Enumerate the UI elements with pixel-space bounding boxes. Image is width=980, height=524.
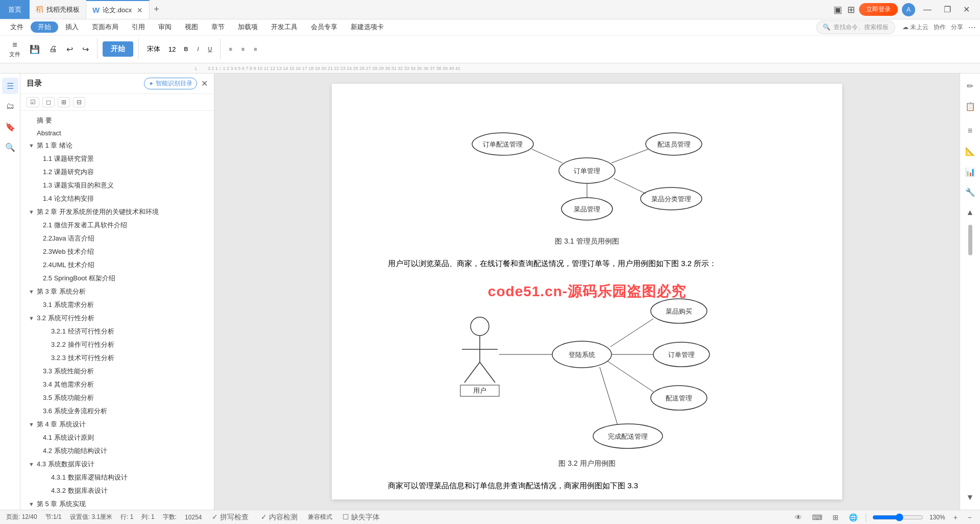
toc-item[interactable]: 1.3 课题实项目的和意义 [20,179,214,192]
toc-toggle-icon[interactable]: ▼ [29,209,35,215]
toc-item[interactable]: ▼4.3 系统数据库设计 [20,458,214,471]
toc-item[interactable]: 2.4UML 技术介绍 [20,258,214,272]
zoom-out-button[interactable]: − [966,513,974,521]
scroll-up-button[interactable]: ▲ [962,204,978,221]
scroll-thumb[interactable] [968,225,972,255]
toc-item[interactable]: ▼第 5 章 系统实现 [20,497,214,510]
align-right-button[interactable]: ≡ [251,44,260,54]
tab-doc-close[interactable]: ✕ [137,6,143,14]
expand-all-button[interactable]: ⊞ [58,97,70,107]
scroll-down-button[interactable]: ▼ [962,489,978,506]
zoom-slider[interactable] [872,513,923,521]
tab-newoption[interactable]: 新建选项卡 [345,20,390,34]
bold-button[interactable]: B [181,44,191,54]
start-button[interactable]: 开始 [103,41,133,57]
tab-view[interactable]: 视图 [179,20,204,34]
toc-item[interactable]: 4.1 系统设计原则 [20,431,214,444]
files-panel-button[interactable]: 🗂 [2,98,18,114]
toc-item[interactable]: 4.3.2 数据库表设计 [20,484,214,497]
window-close-button[interactable]: ✕ [959,3,974,16]
toc-item[interactable]: 3.6 系统业务流程分析 [20,404,214,418]
toc-toggle-icon[interactable]: ▼ [29,142,35,149]
layout-icon1[interactable]: ▣ [834,4,842,15]
ai-toc-button[interactable]: ✦ 智能识别目录 [144,78,197,89]
toc-item[interactable]: 4.2 系统功能结构设计 [20,444,214,458]
check-all-button[interactable]: ☑ [27,97,39,107]
uncheck-all-button[interactable]: ◻ [42,97,55,107]
tab-addons[interactable]: 加载项 [232,20,264,34]
window-restore-button[interactable]: ❐ [940,3,955,16]
search-box[interactable]: 🔍 查找命令、搜索模板 [816,20,895,34]
search-panel-button[interactable]: 🔍 [2,139,18,155]
right-settings-button[interactable]: 🔧 [962,184,978,200]
spell-check-button[interactable]: ✓ 拼写检查 [210,513,251,522]
collapse-all-button[interactable]: ⊟ [73,97,85,107]
content-check-button[interactable]: ✓ 内容检测 [259,513,300,522]
toc-item[interactable]: 2.5 SpringBoot 框架介绍 [20,272,214,285]
toc-item[interactable]: ▼第 4 章 系统设计 [20,418,214,431]
window-minimize-button[interactable]: — [919,3,936,16]
toc-item[interactable]: 3.4 其他需求分析 [20,378,214,391]
toc-item[interactable]: ▼3.2 系统可行性分析 [20,312,214,325]
zoom-in-button[interactable]: + [951,513,960,521]
tab-file[interactable]: 文件 [4,20,30,34]
tab-start[interactable]: 开始 [31,21,58,33]
tab-vip[interactable]: 会员专享 [305,20,344,34]
tool-file[interactable]: ≡ 文件 [6,39,23,60]
align-left-button[interactable]: ≡ [226,44,235,54]
right-chart-button[interactable]: 📊 [962,163,978,180]
tab-page-layout[interactable]: 页面布局 [86,20,125,34]
tab-references[interactable]: 引用 [126,20,151,34]
sidebar-close-button[interactable]: ✕ [201,79,208,88]
toc-item[interactable]: 1.2 课题研究内容 [20,165,214,179]
toc-item[interactable]: 3.2.1 经济可行性分析 [20,325,214,338]
toc-item[interactable]: Abstract [20,127,214,139]
more-button[interactable]: ··· [968,22,976,33]
tool-undo[interactable]: ↩ [63,43,76,56]
toc-item[interactable]: 3.3 系统性能分析 [20,365,214,378]
toc-item[interactable]: 2.1 微信开发者工具软件介绍 [20,219,214,232]
toc-item[interactable]: 摘 要 [20,114,214,127]
toc-item[interactable]: ▼第 1 章 绪论 [20,139,214,152]
toc-item[interactable]: 1.1 课题研究背景 [20,152,214,165]
layout-icon2[interactable]: ⊞ [847,4,855,15]
italic-button[interactable]: I [194,44,202,54]
toc-item[interactable]: 1.4 论文结构安排 [20,192,214,205]
underline-button[interactable]: U [205,44,215,54]
right-notes-button[interactable]: 📋 [962,98,978,114]
font-name[interactable]: 宋体 [147,44,160,54]
tab-template[interactable]: 稻 找稻壳模板 [30,0,86,19]
toc-panel-button[interactable]: ☰ [2,78,18,94]
toc-item[interactable]: 2.3Web 技术介绍 [20,245,214,258]
register-button[interactable]: 立即登录 [859,3,898,16]
toc-item[interactable]: 3.2.3 技术可行性分析 [20,351,214,365]
toc-item[interactable]: 2.2Java 语言介绍 [20,232,214,245]
font-size[interactable]: 12 [168,45,176,53]
toc-toggle-icon[interactable]: ▼ [29,315,35,321]
right-outline-button[interactable]: ≡ [962,123,978,139]
tab-doc[interactable]: W 论文.docx ✕ [86,0,150,19]
tab-home[interactable]: 首页 [0,0,30,19]
toc-toggle-icon[interactable]: ▼ [29,289,35,295]
bookmark-panel-button[interactable]: 🔖 [2,118,18,135]
avatar[interactable]: A [902,3,915,16]
right-edit-button[interactable]: ✏ [962,78,978,94]
cloud-button[interactable]: ☁ 未上云 [902,23,928,32]
toc-item[interactable]: ▼第 2 章 开发系统所使用的关键技术和环境 [20,205,214,219]
tab-chapter[interactable]: 章节 [205,20,231,34]
new-tab-button[interactable]: + [150,4,163,15]
grid-view-button[interactable]: ⊞ [830,513,841,521]
collab-button[interactable]: 协作 [934,23,946,32]
tab-review[interactable]: 审阅 [152,20,178,34]
tab-devtools[interactable]: 开发工具 [265,20,304,34]
missing-font-button[interactable]: ☐ 缺失字体 [340,513,382,522]
toc-item[interactable]: 3.1 系统需求分析 [20,298,214,312]
layout-buttons[interactable]: ▣ ⊞ [834,4,855,15]
tool-redo[interactable]: ↪ [79,43,92,56]
toc-toggle-icon[interactable]: ▼ [29,501,35,507]
right-measure-button[interactable]: 📐 [962,143,978,159]
tool-print[interactable]: 🖨 [46,43,60,55]
tab-insert[interactable]: 插入 [59,20,85,34]
toc-item[interactable]: 3.5 系统功能分析 [20,391,214,404]
tool-save[interactable]: 💾 [27,43,43,56]
